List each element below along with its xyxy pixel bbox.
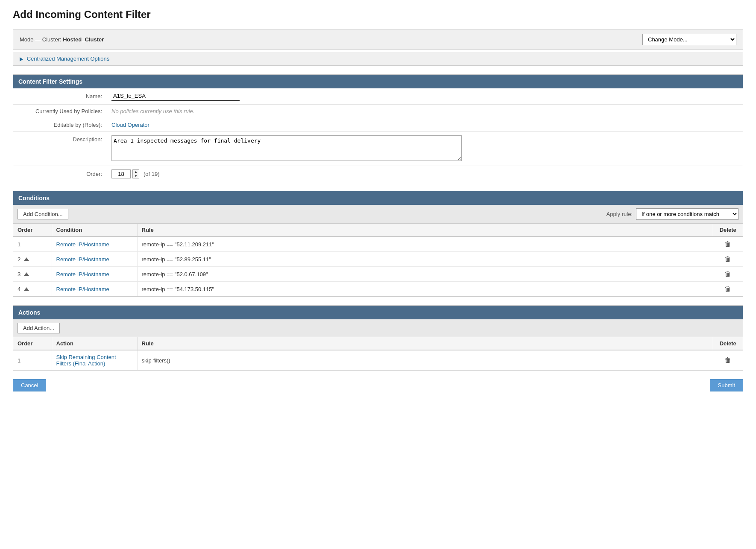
page-title: Add Incoming Content Filter — [13, 9, 743, 20]
condition-delete-cell: 🗑 — [713, 267, 743, 282]
order-row: Order: ▲ ▼ (of 19) — [13, 166, 743, 182]
table-row: 2 Remote IP/Hostname remote-ip == "52.89… — [13, 252, 743, 267]
mode-label: Mode — — [20, 36, 41, 43]
mode-info: Mode — Cluster: Hosted_Cluster — [20, 36, 104, 43]
actions-toolbar: Add Action... — [13, 319, 743, 337]
delete-icon[interactable]: 🗑 — [724, 285, 731, 293]
condition-link[interactable]: Remote IP/Hostname — [56, 286, 109, 292]
condition-order-value: 1 — [18, 241, 21, 248]
conditions-toolbar: Add Condition... Apply rule: If one or m… — [13, 205, 743, 224]
policies-row: Currently Used by Policies: No policies … — [13, 105, 743, 118]
action-order-cell: 1 — [13, 350, 52, 370]
mode-bar: Mode — Cluster: Hosted_Cluster Change Mo… — [13, 29, 743, 50]
cluster-label: Cluster: — [42, 36, 62, 43]
add-action-button[interactable]: Add Action... — [18, 323, 60, 333]
order-spinner: ▲ ▼ (of 19) — [111, 169, 160, 178]
description-row: Description: Area 1 inspected messages f… — [13, 132, 743, 166]
col-condition-header: Condition — [52, 224, 137, 237]
action-rule-cell: skip-filters() — [137, 350, 713, 370]
conditions-header: Conditions — [13, 191, 743, 205]
delete-icon[interactable]: 🗑 — [724, 270, 731, 278]
centralized-management-bar: Centralized Management Options — [13, 52, 743, 66]
conditions-table: Order Condition Rule Delete 1 Remote IP/… — [13, 224, 743, 296]
condition-delete-cell: 🗑 — [713, 237, 743, 252]
order-input[interactable] — [111, 169, 131, 178]
condition-name-cell: Remote IP/Hostname — [52, 237, 137, 252]
footer-bar: Cancel Submit — [13, 379, 743, 391]
action-link[interactable]: Skip Remaining Content Filters (Final Ac… — [56, 354, 116, 367]
up-arrow-icon[interactable] — [24, 287, 29, 291]
condition-order-value: 2 — [18, 256, 21, 263]
condition-order-value: 3 — [18, 271, 21, 277]
actions-col-delete-header: Delete — [713, 337, 743, 350]
up-arrow-icon[interactable] — [24, 257, 29, 261]
expand-icon — [20, 57, 23, 61]
condition-rule-cell: remote-ip == "54.173.50.115" — [137, 282, 713, 297]
table-row: 1 Remote IP/Hostname remote-ip == "52.11… — [13, 237, 743, 252]
name-row: Name: — [13, 88, 743, 105]
actions-col-rule-header: Rule — [137, 337, 713, 350]
condition-order-cell: 4 — [13, 282, 52, 297]
policies-value: No policies currently use this rule. — [111, 108, 194, 114]
content-filter-settings-section: Content Filter Settings Name: Currently … — [13, 74, 743, 182]
settings-form-table: Name: Currently Used by Policies: No pol… — [13, 88, 743, 182]
order-spinner-btn[interactable]: ▲ ▼ — [132, 169, 139, 178]
condition-name-cell: Remote IP/Hostname — [52, 252, 137, 267]
condition-link[interactable]: Remote IP/Hostname — [56, 271, 109, 277]
change-mode-select[interactable]: Change Mode... — [642, 34, 736, 45]
action-delete-cell: 🗑 — [713, 350, 743, 370]
order-label: Order: — [13, 166, 107, 182]
condition-rule-cell: remote-ip == "52.11.209.211" — [137, 237, 713, 252]
condition-rule-cell: remote-ip == "52.0.67.109" — [137, 267, 713, 282]
condition-order-cell: 3 — [13, 267, 52, 282]
name-label: Name: — [13, 88, 107, 105]
condition-link[interactable]: Remote IP/Hostname — [56, 256, 109, 263]
table-row: 4 Remote IP/Hostname remote-ip == "54.17… — [13, 282, 743, 297]
actions-col-action-header: Action — [52, 337, 137, 350]
conditions-header-row: Order Condition Rule Delete — [13, 224, 743, 237]
actions-header: Actions — [13, 306, 743, 319]
order-of-text: (of 19) — [144, 171, 160, 177]
table-row: 1 Skip Remaining Content Filters (Final … — [13, 350, 743, 370]
policies-label: Currently Used by Policies: — [13, 105, 107, 118]
actions-col-order-header: Order — [13, 337, 52, 350]
apply-rule-select[interactable]: If one or more conditions match — [636, 208, 738, 220]
actions-section: Actions Add Action... Order Action Rule … — [13, 305, 743, 371]
spinner-up[interactable]: ▲ — [134, 170, 138, 174]
add-condition-button[interactable]: Add Condition... — [18, 209, 68, 219]
delete-icon[interactable]: 🗑 — [724, 240, 731, 248]
condition-name-cell: Remote IP/Hostname — [52, 282, 137, 297]
action-name-cell: Skip Remaining Content Filters (Final Ac… — [52, 350, 137, 370]
description-label: Description: — [13, 132, 107, 166]
condition-delete-cell: 🗑 — [713, 252, 743, 267]
centralized-management-link[interactable]: Centralized Management Options — [27, 55, 110, 62]
col-order-header: Order — [13, 224, 52, 237]
conditions-section: Conditions Add Condition... Apply rule: … — [13, 191, 743, 297]
condition-rule-cell: remote-ip == "52.89.255.11" — [137, 252, 713, 267]
table-row: 3 Remote IP/Hostname remote-ip == "52.0.… — [13, 267, 743, 282]
editable-value[interactable]: Cloud Operator — [111, 122, 149, 128]
delete-icon[interactable]: 🗑 — [724, 255, 731, 263]
spinner-down[interactable]: ▼ — [134, 174, 138, 178]
actions-table: Order Action Rule Delete 1 Skip Remainin… — [13, 337, 743, 370]
col-rule-header: Rule — [137, 224, 713, 237]
actions-header-row: Order Action Rule Delete — [13, 337, 743, 350]
delete-icon[interactable]: 🗑 — [724, 356, 731, 364]
description-textarea[interactable]: Area 1 inspected messages for final deli… — [111, 135, 462, 161]
condition-name-cell: Remote IP/Hostname — [52, 267, 137, 282]
condition-link[interactable]: Remote IP/Hostname — [56, 241, 109, 248]
condition-delete-cell: 🗑 — [713, 282, 743, 297]
condition-order-value: 4 — [18, 286, 21, 292]
content-filter-settings-header: Content Filter Settings — [13, 75, 743, 88]
editable-row: Editable by (Roles): Cloud Operator — [13, 118, 743, 132]
col-delete-header: Delete — [713, 224, 743, 237]
name-input[interactable] — [111, 92, 240, 101]
apply-rule-label: Apply rule: — [607, 211, 633, 217]
up-arrow-icon[interactable] — [24, 272, 29, 276]
condition-order-cell: 2 — [13, 252, 52, 267]
editable-label: Editable by (Roles): — [13, 118, 107, 132]
condition-order-cell: 1 — [13, 237, 52, 252]
cluster-name: Hosted_Cluster — [63, 36, 104, 43]
cancel-button[interactable]: Cancel — [13, 379, 46, 391]
submit-button[interactable]: Submit — [710, 379, 743, 391]
